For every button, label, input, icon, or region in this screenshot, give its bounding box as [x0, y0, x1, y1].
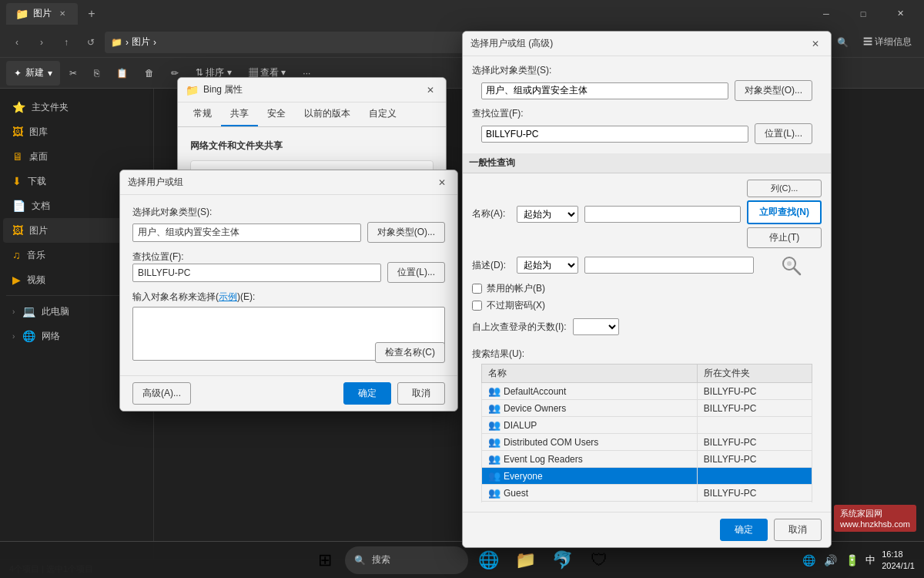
result-row[interactable]: 👥GuestsBILLYFU-PC [482, 502, 812, 503]
find-now-btn[interactable]: 立即查找(N) [747, 200, 822, 224]
result-row[interactable]: 👥DIALUP [482, 417, 812, 434]
advanced-cancel-btn[interactable]: 取消 [774, 519, 822, 541]
desc-value-input[interactable] [584, 257, 754, 274]
stop-btn[interactable]: 停止(T) [747, 227, 822, 248]
tab-close-btn[interactable]: ✕ [56, 8, 69, 20]
tab-previous[interactable]: 以前的版本 [295, 102, 360, 126]
advanced-title: 选择用户或组 (高级) [470, 37, 803, 50]
new-tab-btn[interactable]: + [81, 3, 102, 25]
check-name-btn[interactable]: 检查名称(C) [375, 342, 445, 363]
cut-btn[interactable]: ✂ [62, 61, 85, 86]
adv-obj-type-btn[interactable]: 对象类型(O)... [735, 80, 812, 101]
address-icon: 📁 [111, 37, 122, 48]
bing-props-close-btn[interactable]: ✕ [423, 82, 438, 98]
col-name-header: 名称 [482, 365, 698, 383]
delete-btn[interactable]: 🗑 [137, 61, 162, 86]
location-input[interactable] [132, 264, 381, 282]
sidebar-item-desktop[interactable]: 🖥 桌面 [3, 144, 150, 169]
refresh-btn[interactable]: ↺ [80, 32, 102, 53]
taskbar-store-icon[interactable]: 🛡 [582, 543, 616, 577]
sidebar-documents-label: 文档 [32, 200, 50, 213]
result-name-cell: 👥Distributed COM Users [482, 434, 698, 451]
minimize-btn[interactable]: ─ [808, 0, 844, 27]
col-btn[interactable]: 列(C)... [747, 180, 822, 197]
desc-dropdown[interactable]: 起始为 [517, 257, 578, 274]
volume-tray-icon[interactable]: 🔊 [822, 553, 838, 568]
noexpire-checkbox[interactable] [472, 301, 482, 311]
disabled-accounts-checkbox[interactable] [472, 284, 482, 294]
name-value-input[interactable] [584, 206, 741, 223]
adv-obj-type-input[interactable] [481, 82, 728, 99]
start-btn[interactable]: ⊞ [308, 543, 342, 577]
copy-btn[interactable]: ⎘ [86, 61, 107, 86]
result-row[interactable]: 👥GuestBILLYFU-PC [482, 485, 812, 502]
forward-btn[interactable]: › [31, 32, 52, 53]
adv-location-row: 位置(L)... [472, 123, 822, 144]
result-location-cell: BILLYFU-PC [697, 502, 812, 503]
advanced-close-btn[interactable]: ✕ [808, 36, 823, 52]
paste-btn[interactable]: 📋 [109, 61, 136, 86]
taskbar-explorer-icon[interactable]: 📁 [508, 543, 542, 577]
user-group-icon: 👥 [488, 419, 500, 431]
ime-indicator[interactable]: 中 [865, 553, 875, 567]
select-user-bottom: 高级(A)... 确定 取消 [120, 375, 457, 411]
tab-general[interactable]: 常规 [184, 102, 221, 126]
watermark: 系统家园网 www.hnzkhsb.com [834, 505, 916, 532]
clock-area[interactable]: 16:18 2024/1/1 [882, 549, 915, 571]
details-toggle[interactable]: ☰ 详细信息 [857, 35, 918, 49]
bing-props-title-bar: 📁 Bing 属性 ✕ [178, 78, 446, 102]
taskbar-browser-icon[interactable]: 🌐 [471, 543, 505, 577]
battery-tray-icon[interactable]: 🔋 [844, 553, 859, 568]
select-user-title: 选择用户或组 [128, 176, 430, 189]
taskbar-edge-icon[interactable]: 🐬 [545, 543, 579, 577]
sidebar-downloads-label: 下载 [28, 175, 46, 188]
adv-location-btn[interactable]: 位置(L)... [755, 123, 812, 144]
home-icon: ⭐ [12, 101, 25, 113]
advanced-ok-btn[interactable]: 确定 [720, 519, 768, 541]
network-tray-icon[interactable]: 🌐 [801, 553, 816, 568]
object-type-btn[interactable]: 对象类型(O)... [367, 222, 445, 243]
example-link[interactable]: 示例 [219, 291, 237, 302]
up-btn[interactable]: ↑ [55, 32, 77, 53]
result-row[interactable]: 👥Everyone [482, 468, 812, 485]
result-location-cell: BILLYFU-PC [697, 434, 812, 451]
select-user-dialog: 选择用户或组 ✕ 选择此对象类型(S): 对象类型(O)... 查找位置(F):… [119, 170, 458, 412]
tab-share[interactable]: 共享 [221, 102, 258, 126]
object-type-value-row: 对象类型(O)... [132, 222, 445, 243]
close-btn[interactable]: ✕ [882, 0, 918, 27]
result-row[interactable]: 👥DefaultAccountBILLYFU-PC [482, 383, 812, 400]
object-type-input[interactable] [132, 223, 361, 242]
result-row[interactable]: 👥Device OwnersBILLYFU-PC [482, 400, 812, 417]
general-query-section: 一般性查询 名称(A): 起始为 列(C)... 立即查找(N) 停止(T) 描… [463, 153, 831, 335]
location-btn[interactable]: 位置(L)... [387, 262, 445, 283]
taskbar-search[interactable]: 🔍 搜索 [345, 546, 468, 574]
sidebar-item-gallery[interactable]: 🖼 图库 [3, 119, 150, 144]
adv-location-input[interactable] [481, 126, 748, 143]
select-user-ok-btn[interactable]: 确定 [343, 382, 391, 405]
lastlogin-dropdown[interactable] [573, 318, 619, 335]
explorer-tab[interactable]: 📁 图片 ✕ [6, 3, 78, 25]
select-user-close-btn[interactable]: ✕ [434, 175, 450, 190]
result-row[interactable]: 👥Event Log ReadersBILLYFU-PC [482, 451, 812, 468]
advanced-top: 选择此对象类型(S): 对象类型(O)... 查找位置(F): 位置(L)... [463, 56, 831, 153]
search-btn[interactable]: 🔍 [832, 32, 854, 53]
tab-custom[interactable]: 自定义 [360, 102, 406, 126]
watermark-text: 系统家园网 [840, 509, 882, 518]
tab-security[interactable]: 安全 [258, 102, 295, 126]
results-table: 名称 所在文件夹 👥DefaultAccountBILLYFU-PC👥Devic… [481, 364, 812, 502]
select-user-cancel-btn[interactable]: 取消 [397, 382, 445, 405]
result-name-cell: 👥Everyone [482, 468, 698, 485]
result-row[interactable]: 👥Distributed COM UsersBILLYFU-PC [482, 434, 812, 451]
result-name-cell: 👥Guests [482, 502, 698, 503]
back-btn[interactable]: ‹ [6, 32, 28, 53]
running-icon-area [760, 253, 822, 277]
new-item-btn[interactable]: ✦ 新建 ▾ [6, 61, 60, 86]
name-dropdown[interactable]: 起始为 [517, 206, 578, 223]
advanced-btn[interactable]: 高级(A)... [132, 382, 191, 405]
results-scrollable[interactable]: 名称 所在文件夹 👥DefaultAccountBILLYFU-PC👥Devic… [472, 364, 822, 502]
folder-icon: 📁 [15, 8, 28, 20]
result-name-cell: 👥DIALUP [482, 417, 698, 434]
sidebar-item-home[interactable]: ⭐ 主文件夹 [3, 95, 150, 119]
result-name-cell: 👥Device Owners [482, 400, 698, 417]
maximize-btn[interactable]: □ [845, 0, 881, 27]
